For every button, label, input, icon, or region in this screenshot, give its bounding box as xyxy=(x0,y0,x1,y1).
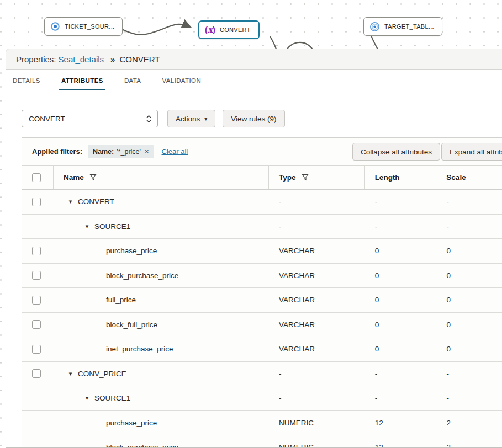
collapse-all-button[interactable]: Collapse all attributes xyxy=(352,143,440,161)
attribute-scale: 2 xyxy=(436,411,502,435)
attribute-scale: - xyxy=(436,386,502,410)
attribute-type: VARCHAR xyxy=(269,337,365,361)
table-row[interactable]: ▾ CONVERT - - - xyxy=(22,190,502,215)
table-row[interactable]: ▾ CONV_PRICE - - - xyxy=(22,362,502,387)
column-header-length[interactable]: Length xyxy=(375,173,400,182)
attribute-name: CONV_PRICE xyxy=(78,370,126,378)
clear-all-link[interactable]: Clear all xyxy=(162,147,188,156)
source-node-icon xyxy=(50,22,60,31)
attribute-length: 0 xyxy=(365,337,437,361)
node-convert[interactable]: (x) CONVERT xyxy=(198,20,260,39)
node-label: TARGET_TABL... xyxy=(384,23,434,30)
attribute-name: purchase_price xyxy=(106,419,157,427)
table-row[interactable]: block_full_price VARCHAR 0 0 xyxy=(22,313,502,338)
table-row[interactable]: full_price VARCHAR 0 0 xyxy=(22,288,502,313)
attribute-name: purchase_price xyxy=(106,247,157,255)
applied-filters-bar: Applied filters: Name: '*_price' × Clear… xyxy=(22,138,502,166)
table-row[interactable]: inet_purchase_price VARCHAR 0 0 xyxy=(22,337,502,362)
attribute-type: VARCHAR xyxy=(269,239,365,263)
chevron-down-icon: ▾ xyxy=(204,116,207,122)
attribute-length: - xyxy=(365,190,437,214)
table-row[interactable]: purchase_price NUMERIC 12 2 xyxy=(22,411,502,436)
attribute-length: 0 xyxy=(365,239,437,263)
column-header-scale[interactable]: Scale xyxy=(446,173,466,182)
attribute-scale: 0 xyxy=(436,264,502,288)
attribute-name: SOURCE1 xyxy=(94,222,130,231)
attribute-length: 0 xyxy=(365,264,437,288)
name-filter-icon[interactable] xyxy=(89,174,97,181)
attribute-length: 12 xyxy=(365,435,437,448)
attribute-type: - xyxy=(269,215,365,239)
type-filter-icon[interactable] xyxy=(302,174,309,181)
row-checkbox[interactable] xyxy=(32,271,41,280)
attribute-scale: - xyxy=(436,362,502,386)
filter-chip[interactable]: Name: '*_price' × xyxy=(88,145,154,158)
filter-chip-remove-icon[interactable]: × xyxy=(144,147,149,156)
attribute-type: VARCHAR xyxy=(269,313,365,337)
attribute-scale: - xyxy=(436,190,502,214)
attributes-table-body: ▾ CONVERT - - - ▾ SOURCE1 - - - purchase… xyxy=(22,190,502,448)
attribute-scale: 0 xyxy=(436,337,502,361)
node-target-table[interactable]: TARGET_TABL... xyxy=(363,17,442,36)
attribute-type: NUMERIC xyxy=(269,435,365,448)
collapse-caret-icon[interactable]: ▾ xyxy=(84,223,90,230)
attribute-type: - xyxy=(269,362,365,386)
attribute-name: inet_purchase_price xyxy=(106,345,173,353)
node-label: CONVERT xyxy=(220,26,251,33)
table-row[interactable]: ▾ SOURCE1 - - - xyxy=(22,215,502,239)
row-checkbox[interactable] xyxy=(32,345,41,354)
tab-details[interactable]: DETAILS xyxy=(13,70,40,92)
attribute-length: - xyxy=(365,215,437,239)
row-checkbox[interactable] xyxy=(32,198,41,206)
attribute-scale: 0 xyxy=(436,313,502,337)
breadcrumb-current: CONVERT xyxy=(119,55,160,64)
attribute-type: - xyxy=(269,386,365,410)
edge-source-to-convert xyxy=(118,24,191,35)
table-row[interactable]: purchase_price VARCHAR 0 0 xyxy=(22,239,502,264)
tab-attributes[interactable]: ATTRIBUTES xyxy=(61,70,103,92)
table-row[interactable]: block_purchase_price VARCHAR 0 0 xyxy=(22,264,502,289)
node-ticket-source[interactable]: TICKET_SOUR... xyxy=(44,17,123,36)
attribute-type: - xyxy=(269,190,365,214)
row-checkbox[interactable] xyxy=(32,320,41,329)
collapse-caret-icon[interactable]: ▾ xyxy=(67,198,73,205)
node-label: TICKET_SOUR... xyxy=(65,23,114,30)
applied-filters-label: Applied filters: xyxy=(32,147,82,156)
expression-node-icon: (x) xyxy=(205,25,215,34)
attributes-toolbar: CONVERT Actions ▾ View rules (9) xyxy=(22,110,285,127)
properties-title: Properties: xyxy=(16,55,56,64)
attribute-length: 0 xyxy=(365,288,437,312)
row-checkbox[interactable] xyxy=(32,369,41,378)
view-rules-button[interactable]: View rules (9) xyxy=(223,110,284,127)
attributes-table: Applied filters: Name: '*_price' × Clear… xyxy=(22,137,502,448)
attribute-scale: 2 xyxy=(436,435,502,448)
attribute-name: block_purchase_price xyxy=(106,443,178,448)
attribute-type: VARCHAR xyxy=(269,264,365,288)
column-header-type[interactable]: Type xyxy=(279,173,296,182)
filter-chip-field: Name: xyxy=(93,148,114,156)
table-header-row: Name Type Length Scale xyxy=(22,166,502,190)
collapse-caret-icon[interactable]: ▾ xyxy=(84,394,90,402)
attribute-name: SOURCE1 xyxy=(94,394,130,402)
expand-all-button[interactable]: Expand all attributes xyxy=(441,143,502,161)
breadcrumb-seat-details-link[interactable]: Seat_details xyxy=(59,55,104,64)
table-row[interactable]: block_purchase_price NUMERIC 12 2 xyxy=(22,435,502,448)
select-all-checkbox[interactable] xyxy=(32,173,41,182)
column-header-name[interactable]: Name xyxy=(64,173,84,182)
attribute-scale: 0 xyxy=(436,288,502,312)
attribute-length: 12 xyxy=(365,411,437,435)
attribute-length: 0 xyxy=(365,313,437,337)
attribute-name: block_purchase_price xyxy=(106,271,178,280)
select-stepper-icon xyxy=(146,114,152,124)
tab-data[interactable]: DATA xyxy=(124,70,141,92)
row-checkbox[interactable] xyxy=(32,296,41,305)
operator-select[interactable]: CONVERT xyxy=(22,110,158,127)
properties-panel: Properties: Seat_details » CONVERT DETAI… xyxy=(6,49,502,448)
attribute-type: VARCHAR xyxy=(269,288,365,312)
properties-header: Properties: Seat_details » CONVERT xyxy=(6,49,502,70)
collapse-caret-icon[interactable]: ▾ xyxy=(67,370,73,377)
row-checkbox[interactable] xyxy=(32,247,41,255)
table-row[interactable]: ▾ SOURCE1 - - - xyxy=(22,386,502,411)
actions-button[interactable]: Actions ▾ xyxy=(167,110,215,127)
tab-validation[interactable]: VALIDATION xyxy=(162,70,201,92)
